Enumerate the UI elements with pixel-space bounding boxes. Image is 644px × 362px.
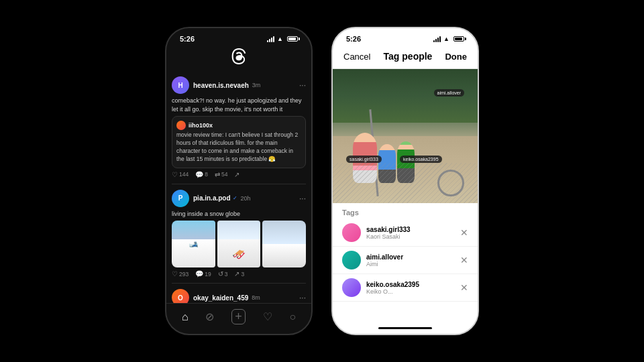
post-2-images: 🛷 — [172, 221, 306, 267]
post-1: H heaven.is.nevaeh 3m ··· comeback?! no … — [172, 71, 306, 184]
post-1-username: heaven.is.nevaeh — [193, 82, 249, 89]
threads-logo — [166, 46, 311, 71]
tag-person-2-avatar — [342, 251, 361, 269]
post-2-verified: ✓ — [233, 195, 237, 201]
tag-person-2: aimi.allover Aimi ✕ — [333, 247, 478, 274]
post-1-time: 3m — [252, 82, 261, 88]
quoted-header: iiho100x — [176, 121, 301, 130]
post-1-menu[interactable]: ··· — [299, 80, 306, 90]
tag-person-3-remove[interactable]: ✕ — [460, 282, 468, 293]
post-2-username: pia.in.a.pod — [193, 194, 231, 202]
white-battery-icon — [453, 36, 464, 42]
post-2-time: 20h — [241, 195, 251, 202]
tag-header: Cancel Tag people Done — [333, 46, 478, 69]
quoted-avatar — [176, 121, 186, 130]
snow-image-1 — [172, 221, 215, 267]
white-signal-icon — [433, 36, 441, 42]
post-3-header: O okay_kaiden_459 8m ··· — [172, 289, 306, 303]
photo-tag-aimi[interactable]: aimi.allover — [434, 89, 464, 97]
post-1-comments[interactable]: 💬 8 — [195, 171, 208, 178]
dark-time: 5:26 — [180, 35, 195, 43]
post-2-header: P pia.in.a.pod ✓ 20h ··· — [172, 190, 306, 207]
signal-icon — [267, 36, 274, 42]
home-indicator-bar — [378, 327, 432, 329]
nav-home[interactable]: ⌂ — [182, 311, 189, 323]
wifi-icon: ▲ — [277, 36, 283, 42]
post-2-comments[interactable]: 💬 19 — [195, 270, 211, 278]
post-2-meta: pia.in.a.pod ✓ 20h — [193, 194, 295, 202]
post-1-send[interactable]: ↗ — [234, 171, 239, 178]
quoted-username: iiho100x — [189, 122, 213, 129]
tag-person-1: sasaki.girl333 Kaori Sasaki ✕ — [333, 219, 478, 247]
post-3-time: 8m — [252, 294, 260, 301]
post-2-actions: ♡ 293 💬 19 ↺ 3 ↗ 3 — [172, 270, 306, 278]
snow-image-3 — [262, 221, 306, 267]
tag-person-3-avatar — [342, 278, 361, 297]
tag-person-2-remove[interactable]: ✕ — [460, 255, 468, 265]
phones-container: 5:26 ▲ — [165, 27, 479, 335]
white-home-indicator — [333, 322, 478, 334]
post-2-menu[interactable]: ··· — [299, 194, 306, 203]
nav-profile[interactable]: ○ — [289, 311, 296, 323]
white-phone: 5:26 ▲ Cancel Tag people — [331, 27, 479, 335]
dark-bottom-nav: ⌂ ⊘ + ♡ ○ — [166, 303, 311, 334]
post-2-text: living inside a snow globe — [172, 210, 306, 219]
tag-person-1-remove[interactable]: ✕ — [460, 227, 468, 238]
battery-icon — [287, 36, 298, 42]
post-3: O okay_kaiden_459 8m ··· is today the cu… — [172, 284, 306, 303]
dark-status-bar: 5:26 ▲ — [166, 28, 311, 46]
tag-people-title: Tag people — [384, 51, 433, 62]
post-3-menu[interactable]: ··· — [299, 293, 306, 302]
nav-compose[interactable]: + — [231, 309, 246, 324]
tag-person-1-info: sasaki.girl333 Kaori Sasaki — [366, 226, 455, 240]
scene: 5:26 ▲ — [0, 0, 644, 362]
quoted-post-1: iiho100x movie review time: I can't beli… — [172, 116, 306, 168]
tags-section: Tags sasaki.girl333 Kaori Sasaki ✕ aimi.… — [333, 203, 478, 322]
done-button[interactable]: Done — [445, 52, 467, 62]
post-1-actions: ♡ 144 💬 8 ⇄ 54 ↗ — [172, 171, 306, 178]
snow-image-2: 🛷 — [217, 221, 261, 267]
post-2: P pia.in.a.pod ✓ 20h ··· living inside a… — [172, 184, 306, 284]
tag-person-3-username: keiko.osaka2395 — [366, 281, 455, 288]
post-1-likes[interactable]: ♡ 144 — [172, 171, 189, 178]
tag-person-3-name: Keiko O... — [366, 288, 455, 295]
tag-person-2-username: aimi.allover — [366, 253, 455, 261]
post-2-shares[interactable]: ↗ 3 — [234, 270, 244, 278]
tag-person-1-username: sasaki.girl333 — [366, 226, 455, 233]
tag-person-3-info: keiko.osaka2395 Keiko O... — [366, 281, 455, 295]
tags-label: Tags — [333, 203, 478, 219]
post-1-text: comeback?! no way. he just apologized an… — [172, 97, 306, 113]
tag-person-3: keiko.osaka2395 Keiko O... ✕ — [333, 274, 478, 302]
tag-person-1-avatar — [342, 223, 361, 242]
post-3-username: okay_kaiden_459 — [193, 294, 248, 302]
post-1-shares[interactable]: ⇄ 54 — [215, 171, 227, 178]
tag-person-2-name: Aimi — [366, 261, 455, 267]
white-wifi-icon: ▲ — [443, 36, 449, 42]
tag-person-2-info: aimi.allover Aimi — [366, 253, 455, 267]
tag-photo-container[interactable]: sasaki.girl333 keiko.osaka2395 aimi.allo… — [333, 69, 478, 203]
post-1-header: H heaven.is.nevaeh 3m ··· — [172, 76, 306, 94]
white-status-bar: 5:26 ▲ — [333, 28, 478, 46]
post-1-avatar: H — [172, 76, 189, 94]
cancel-button[interactable]: Cancel — [343, 52, 370, 62]
post-2-reposts[interactable]: ↺ 3 — [218, 270, 228, 278]
white-status-icons: ▲ — [433, 36, 464, 42]
post-3-meta: okay_kaiden_459 8m — [193, 294, 295, 302]
white-time: 5:26 — [346, 35, 361, 43]
dark-status-icons: ▲ — [267, 36, 298, 42]
photo-tag-sasaki[interactable]: sasaki.girl333 — [346, 156, 382, 163]
post-2-likes[interactable]: ♡ 293 — [172, 270, 189, 278]
dark-phone: 5:26 ▲ — [165, 27, 313, 335]
wheel — [437, 170, 464, 196]
quoted-text: movie review time: I can't believe I sat… — [176, 131, 301, 164]
nav-search[interactable]: ⊘ — [205, 310, 214, 323]
tag-person-1-name: Kaori Sasaki — [366, 233, 455, 240]
dark-feed: H heaven.is.nevaeh 3m ··· comeback?! no … — [166, 71, 311, 303]
post-2-avatar: P — [172, 190, 189, 207]
nav-heart[interactable]: ♡ — [263, 310, 272, 323]
photo-tag-keiko[interactable]: keiko.osaka2395 — [400, 156, 442, 163]
post-3-avatar: O — [172, 289, 189, 303]
post-1-meta: heaven.is.nevaeh 3m — [193, 82, 295, 89]
